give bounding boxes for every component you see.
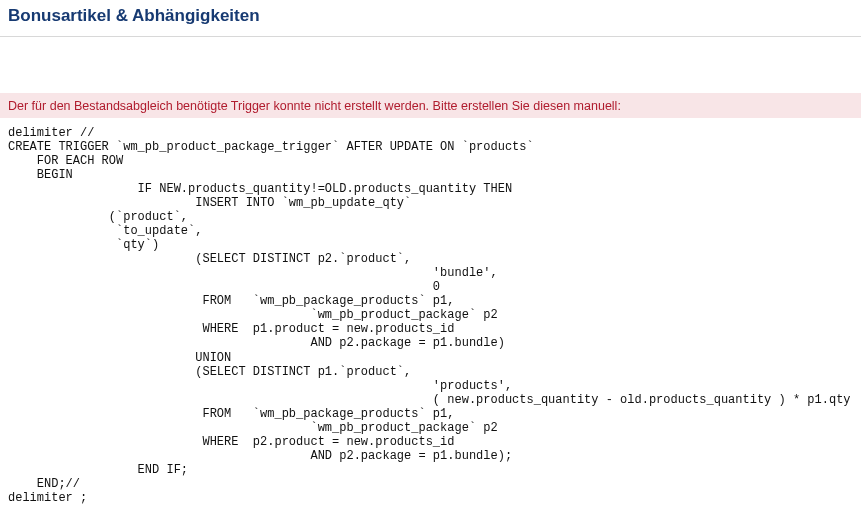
error-alert: Der für den Bestandsabgleich benötigte T… xyxy=(0,93,861,118)
sql-code-block: delimiter // CREATE TRIGGER `wm_pb_produ… xyxy=(0,118,861,512)
page-header: Bonusartikel & Abhängigkeiten xyxy=(0,0,861,37)
page-title: Bonusartikel & Abhängigkeiten xyxy=(8,6,853,26)
content-area: Der für den Bestandsabgleich benötigte T… xyxy=(0,93,861,512)
